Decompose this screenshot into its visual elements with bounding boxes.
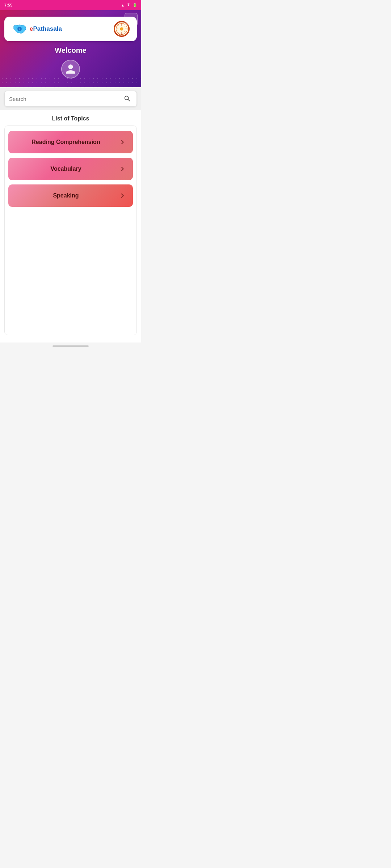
topic-label-2: Vocabulary	[14, 166, 118, 172]
dot-pattern-decoration	[0, 76, 141, 87]
header-area: e ePathasala AP GOVT	[0, 10, 141, 87]
battery-icon: 🔋	[133, 3, 137, 7]
app-logo-text: ePathasala	[30, 25, 62, 33]
status-time: 7:55	[4, 3, 12, 7]
topic-label-1: Reading Comprehension	[14, 139, 118, 145]
svg-text:AP GOVT: AP GOVT	[119, 34, 124, 35]
svg-text:e: e	[19, 27, 20, 31]
status-icons: ▲ 🔋	[121, 3, 137, 7]
search-container	[0, 87, 141, 110]
chevron-right-icon-3	[118, 191, 127, 200]
ap-map-logo: e	[12, 23, 28, 35]
chevron-right-icon-1	[118, 137, 127, 147]
signal-icon: ▲	[121, 3, 125, 7]
search-input[interactable]	[9, 96, 123, 102]
user-avatar	[61, 60, 80, 78]
topics-title: List of Topics	[4, 110, 137, 125]
welcome-text: Welcome	[4, 46, 137, 55]
home-indicator	[52, 345, 89, 347]
topic-label-3: Speaking	[14, 192, 118, 199]
wifi-icon	[126, 3, 131, 7]
login-button[interactable]	[125, 13, 138, 26]
search-button[interactable]	[123, 94, 132, 103]
logo-pathasala: Pathasala	[33, 25, 62, 32]
status-bar: 7:55 ▲ 🔋	[0, 0, 141, 10]
topic-item-vocabulary[interactable]: Vocabulary	[8, 158, 133, 180]
search-bar[interactable]	[4, 91, 137, 107]
main-content: List of Topics Reading Comprehension Voc…	[0, 110, 141, 342]
chevron-right-icon-2	[118, 164, 127, 174]
topic-item-reading-comprehension[interactable]: Reading Comprehension	[8, 131, 133, 153]
avatar-container	[4, 60, 137, 78]
topic-item-speaking[interactable]: Speaking	[8, 184, 133, 207]
topics-area: Reading Comprehension Vocabulary Speakin…	[4, 125, 137, 335]
logo-left: e ePathasala	[12, 23, 62, 35]
logo-card: e ePathasala AP GOVT	[4, 17, 137, 41]
svg-point-4	[120, 27, 123, 30]
bottom-bar	[0, 342, 141, 350]
